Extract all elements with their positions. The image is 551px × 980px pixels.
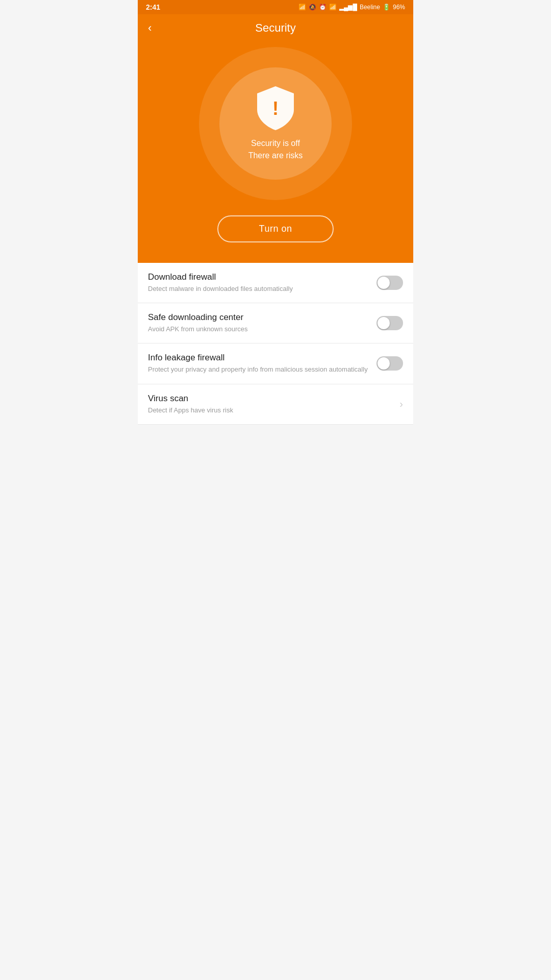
setting-desc-3: Detect if Apps have virus risk xyxy=(148,406,391,415)
setting-title-2: Info leakage firewall xyxy=(148,353,368,363)
status-bar: 2:41 📶 🔕 ⏰ 📶 ▂▄▆█ Beeline 🔋 96% xyxy=(138,0,413,14)
setting-desc-0: Detect malware in downloaded files autom… xyxy=(148,284,368,293)
setting-item-2[interactable]: Info leakage firewallProtect your privac… xyxy=(138,344,413,384)
setting-desc-1: Avoid APK from unknown sources xyxy=(148,325,368,334)
setting-title-1: Safe downloading center xyxy=(148,312,368,323)
setting-title-0: Download firewall xyxy=(148,272,368,282)
chevron-right-icon-3: › xyxy=(399,398,403,410)
setting-item-3[interactable]: Virus scanDetect if Apps have virus risk… xyxy=(138,384,413,425)
toggle-1[interactable] xyxy=(377,316,403,330)
settings-list: Download firewallDetect malware in downl… xyxy=(138,263,413,425)
header-area: ‹ Security ! Security is off There are r… xyxy=(138,14,413,263)
battery-icon: 🔋 xyxy=(383,4,390,11)
signal-icon: ▂▄▆█ xyxy=(339,4,357,11)
status-time: 2:41 xyxy=(146,3,160,11)
battery-percent: 96% xyxy=(393,4,405,11)
top-nav: ‹ Security xyxy=(138,14,413,42)
setting-title-3: Virus scan xyxy=(148,394,391,404)
shield-outer-circle: ! Security is off There are risks xyxy=(199,47,352,200)
toggle-2[interactable] xyxy=(377,356,403,371)
page-title: Security xyxy=(148,21,403,35)
alarm-icon: ⏰ xyxy=(319,4,327,11)
bluetooth-icon: 📶 xyxy=(298,4,306,11)
wifi-icon: 📶 xyxy=(329,4,337,11)
carrier-label: Beeline xyxy=(360,4,380,11)
mute-icon: 🔕 xyxy=(309,4,316,11)
setting-item-0[interactable]: Download firewallDetect malware in downl… xyxy=(138,263,413,303)
shield-warning-icon: ! xyxy=(255,85,296,131)
status-right-icons: 📶 🔕 ⏰ 📶 ▂▄▆█ Beeline 🔋 96% xyxy=(298,4,405,11)
back-button[interactable]: ‹ xyxy=(148,21,152,35)
shield-inner-circle: ! Security is off There are risks xyxy=(219,67,332,180)
security-status-text: Security is off There are risks xyxy=(248,137,303,162)
turn-on-button[interactable]: Turn on xyxy=(217,215,334,242)
toggle-0[interactable] xyxy=(377,276,403,290)
setting-desc-2: Protect your privacy and property info f… xyxy=(148,365,368,374)
svg-text:!: ! xyxy=(272,98,279,119)
setting-item-1[interactable]: Safe downloading centerAvoid APK from un… xyxy=(138,303,413,344)
